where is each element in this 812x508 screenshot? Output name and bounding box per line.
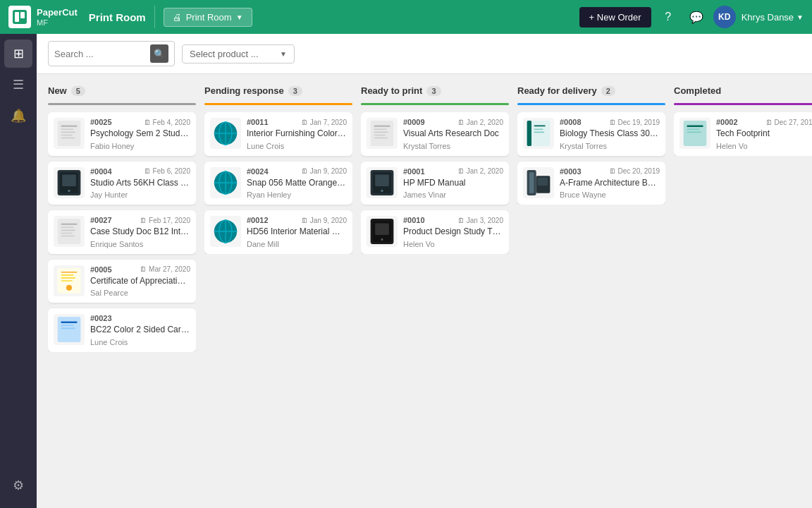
svg-rect-3 — [58, 121, 81, 146]
card-date: 🗓 Mar 27, 2020 — [140, 265, 190, 273]
card-title: HP MFD Manual — [403, 178, 503, 189]
svg-rect-13 — [58, 219, 81, 244]
card-top: #0005 🗓 Mar 27, 2020 — [90, 265, 190, 274]
svg-rect-25 — [58, 317, 81, 342]
card-date: 🗓 Dec 27, 2019 — [765, 119, 812, 126]
svg-rect-16 — [61, 230, 75, 231]
logo-brand: PaperCut — [37, 7, 78, 18]
card-title: Case Study Doc B12 Intervi... — [90, 226, 190, 238]
card-thumbnail — [54, 167, 85, 198]
svg-rect-66 — [687, 128, 700, 130]
svg-rect-49 — [375, 174, 389, 186]
svg-rect-53 — [375, 224, 389, 235]
chevron-down-icon: ▼ — [236, 13, 243, 21]
print-room-button[interactable]: 🖨 Print Room ▼ — [164, 8, 252, 27]
card-id: #0025 — [90, 118, 112, 126]
help-button[interactable]: ? — [657, 6, 679, 28]
table-row[interactable]: #0011 🗓 Jan 7, 2020 Interior Furnishing … — [204, 112, 352, 156]
card-author: Bruce Wayne — [560, 190, 660, 199]
card-author: Jay Hunter — [90, 190, 190, 199]
svg-point-54 — [381, 238, 383, 241]
svg-point-24 — [66, 285, 72, 291]
svg-rect-63 — [537, 177, 548, 185]
sidebar-item-notifications[interactable]: 🔔 — [4, 102, 32, 130]
svg-rect-27 — [61, 325, 74, 327]
card-info: #0011 🗓 Jan 7, 2020 Interior Furnishing … — [247, 118, 347, 150]
svg-rect-14 — [61, 224, 78, 225]
table-row[interactable]: #0012 🗓 Jan 9, 2020 HD56 Interior Materi… — [204, 210, 352, 254]
table-row[interactable]: #0003 🗓 Dec 20, 2019 A-Frame Architectur… — [517, 162, 665, 205]
card-top: #0008 🗓 Dec 19, 2019 — [560, 118, 660, 126]
table-row[interactable]: #0005 🗓 Mar 27, 2020 Certificate of Appr… — [48, 260, 196, 303]
printer-icon: 🖨 — [173, 12, 182, 23]
card-title: A-Frame Architecture Buil... — [560, 178, 660, 189]
svg-rect-11 — [62, 174, 76, 186]
card-id: #0008 — [560, 118, 582, 126]
table-row[interactable]: #0001 🗓 Jan 2, 2020 HP MFD Manual James … — [361, 162, 509, 205]
logo-text-group: PaperCut MF — [37, 7, 78, 27]
table-row[interactable]: #0004 🗓 Feb 6, 2020 Studio Arts 56KH Cla… — [48, 162, 196, 205]
gear-icon: ⚙ — [13, 478, 24, 493]
table-row[interactable]: #0009 🗓 Jan 2, 2020 Visual Arts Research… — [361, 112, 509, 156]
card-top: #0027 🗓 Feb 17, 2020 — [90, 216, 190, 224]
sidebar-item-list[interactable]: ☰ — [4, 71, 32, 99]
section-title: Print Room — [89, 11, 146, 23]
card-date: 🗓 Jan 2, 2020 — [457, 119, 503, 126]
card-id: #0002 — [716, 118, 738, 126]
messages-button[interactable]: 💬 — [685, 6, 708, 28]
column-header-new: New5 — [48, 85, 196, 103]
sidebar-item-dashboard[interactable]: ⊞ — [4, 40, 32, 68]
svg-rect-56 — [531, 121, 550, 146]
table-row[interactable]: #0010 🗓 Jan 3, 2020 Product Design Study… — [361, 210, 509, 254]
card-id: #0005 — [90, 265, 112, 274]
card-title: Visual Arts Research Doc — [403, 128, 503, 140]
svg-rect-41 — [371, 121, 394, 146]
search-input[interactable] — [54, 49, 146, 59]
card-info: #0027 🗓 Feb 17, 2020 Case Study Doc B12 … — [90, 216, 190, 248]
card-title: Snap 056 Matte Orange Po... — [247, 178, 347, 189]
card-info: #0008 🗓 Dec 19, 2019 Biology Thesis Clas… — [560, 118, 660, 150]
search-icon: 🔍 — [154, 49, 165, 59]
card-info: #0009 🗓 Jan 2, 2020 Visual Arts Research… — [403, 118, 503, 150]
svg-rect-46 — [374, 138, 388, 139]
column-cards-ready: #0009 🗓 Jan 2, 2020 Visual Arts Research… — [361, 112, 509, 254]
product-select[interactable]: Select product ... ▼ — [182, 44, 295, 64]
card-thumbnail — [367, 216, 398, 247]
main-content: 🔍 Select product ... ▼ New5 #0025 🗓 Feb … — [37, 34, 812, 508]
card-info: #0003 🗓 Dec 20, 2019 A-Frame Architectur… — [560, 167, 660, 200]
table-row[interactable]: #0027 🗓 Feb 17, 2020 Case Study Doc B12 … — [48, 210, 196, 254]
sidebar-item-settings[interactable]: ⚙ — [4, 471, 32, 500]
card-top: #0011 🗓 Jan 7, 2020 — [247, 118, 347, 126]
card-thumbnail — [54, 118, 85, 149]
column-pending: Pending response3 #0011 🗓 Jan 7, 2020 In… — [204, 85, 352, 497]
table-row[interactable]: #0024 🗓 Jan 9, 2020 Snap 056 Matte Orang… — [204, 162, 352, 205]
svg-rect-64 — [684, 121, 707, 146]
column-ready: Ready to print3 #0009 🗓 Jan 2, 2020 Visu… — [361, 85, 509, 497]
column-count: 2 — [601, 86, 615, 96]
card-title: Product Design Study The... — [403, 226, 503, 238]
svg-rect-67 — [687, 132, 701, 133]
card-author: Krystal Torres — [403, 142, 503, 150]
user-name[interactable]: Khrys Danse ▼ — [742, 12, 804, 23]
card-thumbnail — [523, 167, 554, 198]
new-order-button[interactable]: + New Order — [579, 7, 651, 28]
svg-rect-8 — [61, 138, 75, 139]
card-date: 🗓 Jan 9, 2020 — [301, 217, 347, 224]
table-row[interactable]: #0008 🗓 Dec 19, 2019 Biology Thesis Clas… — [517, 112, 665, 156]
table-row[interactable]: #0025 🗓 Feb 4, 2020 Psychology Sem 2 Stu… — [48, 112, 196, 156]
card-author: Ryan Henley — [247, 190, 347, 199]
svg-rect-23 — [61, 280, 73, 282]
card-author: Lune Crois — [90, 338, 190, 346]
svg-rect-44 — [374, 132, 388, 133]
app-header: PaperCut MF Print Room 🖨 Print Room ▼ + … — [0, 0, 812, 34]
column-header-delivery: Ready for delivery2 — [517, 85, 665, 103]
table-row[interactable]: #0023 BC22 Color 2 Sided Card 30... Lune… — [48, 308, 196, 352]
help-icon: ? — [665, 11, 671, 23]
card-date: 🗓 Jan 9, 2020 — [301, 167, 347, 175]
search-button[interactable]: 🔍 — [150, 44, 168, 63]
card-id: #0011 — [247, 118, 269, 126]
card-title: Interior Furnishing Color S... — [247, 128, 347, 140]
table-row[interactable]: #0002 🗓 Dec 27, 2019 Tech Footprint Hele… — [674, 112, 812, 156]
card-title: BC22 Color 2 Sided Card 30... — [90, 325, 190, 336]
card-info: #0012 🗓 Jan 9, 2020 HD56 Interior Materi… — [247, 216, 347, 248]
